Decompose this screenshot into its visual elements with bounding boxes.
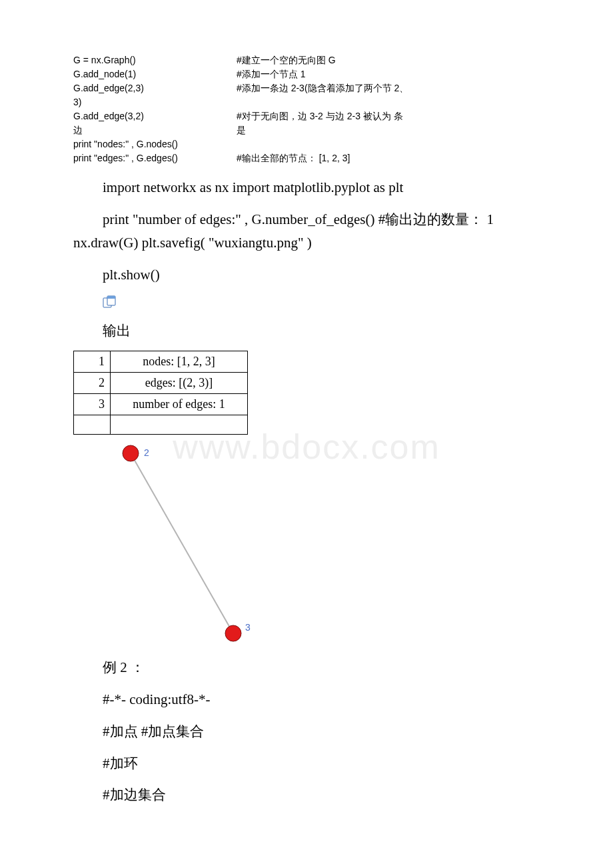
code-comment: #添加一个节点 1 xyxy=(237,67,540,81)
graph-node-3-label: 3 xyxy=(245,622,251,633)
code-left: G.add_edge(2,3) xyxy=(73,81,237,95)
code-comment: #建立一个空的无向图 G xyxy=(237,53,540,67)
code-comment: #输出全部的节点： [1, 2, 3] xyxy=(237,151,540,165)
graph-node-2 xyxy=(123,445,139,461)
code-comment: 是 xyxy=(237,123,540,137)
code-left: G.add_edge(3,2) xyxy=(73,109,237,123)
table-row: 3 number of edges: 1 xyxy=(74,394,248,415)
code-line: #-*- coding:utf8-*- xyxy=(73,688,540,712)
graph-node-3 xyxy=(225,625,241,641)
code-comment: #添加一条边 2-3(隐含着添加了两个节 2、 xyxy=(237,81,540,95)
code-block-top: G = nx.Graph()#建立一个空的无向图 G G.add_node(1)… xyxy=(73,53,540,165)
paragraph-import: import networkx as nx import matplotlib.… xyxy=(73,176,540,200)
graph-edge xyxy=(131,453,233,633)
row-value: number of edges: 1 xyxy=(111,394,248,415)
row-value: nodes: [1, 2, 3] xyxy=(111,351,248,373)
table-row: 1 nodes: [1, 2, 3] xyxy=(74,351,248,373)
code-left: 3) xyxy=(73,95,237,109)
paragraph-pltshow: plt.show() xyxy=(73,263,540,287)
svg-rect-2 xyxy=(107,296,115,299)
table-row: 2 edges: [(2, 3)] xyxy=(74,373,248,394)
code-left: print "nodes:" , G.nodes() xyxy=(73,137,237,151)
network-graph: 2 3 xyxy=(100,441,273,648)
table-row-empty xyxy=(74,415,248,435)
code-line: #加边集合 xyxy=(73,783,540,807)
code-line: #加点 #加点集合 xyxy=(73,720,540,744)
paragraph-print: print "number of edges:" , G.number_of_e… xyxy=(73,208,540,255)
output-table: 1 nodes: [1, 2, 3] 2 edges: [(2, 3)] 3 n… xyxy=(73,351,248,435)
row-index: 1 xyxy=(74,351,111,373)
row-index: 2 xyxy=(74,373,111,394)
empty-cell xyxy=(74,415,111,435)
code-left: print "edges:" , G.edges() xyxy=(73,151,237,165)
row-value: edges: [(2, 3)] xyxy=(111,373,248,394)
code-line: #加环 xyxy=(73,752,540,776)
copy-icon xyxy=(103,295,117,309)
row-index: 3 xyxy=(74,394,111,415)
graph-node-2-label: 2 xyxy=(144,447,149,458)
code-left: 边 xyxy=(73,123,237,137)
example-label: 例 2 ： xyxy=(73,656,540,680)
code-left: G = nx.Graph() xyxy=(73,53,237,67)
empty-cell xyxy=(111,415,248,435)
output-label: 输出 xyxy=(73,319,540,343)
code-comment: #对于无向图，边 3-2 与边 2-3 被认为 条 xyxy=(237,109,540,123)
code-left: G.add_node(1) xyxy=(73,67,237,81)
